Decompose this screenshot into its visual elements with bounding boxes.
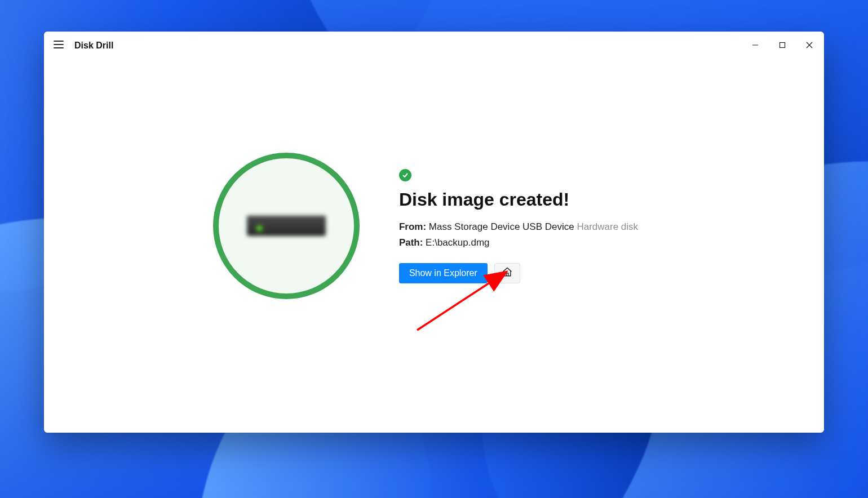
window-controls xyxy=(742,32,823,60)
path-value: E:\backup.dmg xyxy=(426,237,489,248)
close-icon xyxy=(806,41,813,51)
titlebar: Disk Drill xyxy=(44,32,824,60)
success-check-icon xyxy=(399,169,411,181)
minimize-button[interactable] xyxy=(742,32,769,59)
actions-row: Show in Explorer xyxy=(399,263,638,283)
maximize-icon xyxy=(779,41,786,51)
svg-rect-4 xyxy=(780,43,785,48)
path-label: Path: xyxy=(399,237,423,248)
success-illustration xyxy=(213,153,360,299)
from-value: Mass Storage Device USB Device xyxy=(429,221,574,232)
path-line: Path: E:\backup.dmg xyxy=(399,237,638,248)
main-content: Disk image created! From: Mass Storage D… xyxy=(44,153,824,299)
headline: Disk image created! xyxy=(399,189,638,210)
maximize-button[interactable] xyxy=(769,32,796,59)
from-line: From: Mass Storage Device USB Device Har… xyxy=(399,221,638,233)
home-button[interactable] xyxy=(494,263,520,283)
disk-icon xyxy=(247,209,326,243)
show-in-explorer-button[interactable]: Show in Explorer xyxy=(399,263,488,283)
close-button[interactable] xyxy=(796,32,823,59)
from-label: From: xyxy=(399,221,426,232)
result-info: Disk image created! From: Mass Storage D… xyxy=(399,169,638,283)
menu-button[interactable] xyxy=(48,35,69,56)
app-title: Disk Drill xyxy=(74,41,113,51)
minimize-icon xyxy=(752,41,759,51)
app-window: Disk Drill xyxy=(44,32,824,433)
hamburger-icon xyxy=(54,41,64,51)
home-icon xyxy=(502,266,513,279)
from-kind: Hardware disk xyxy=(577,221,638,232)
